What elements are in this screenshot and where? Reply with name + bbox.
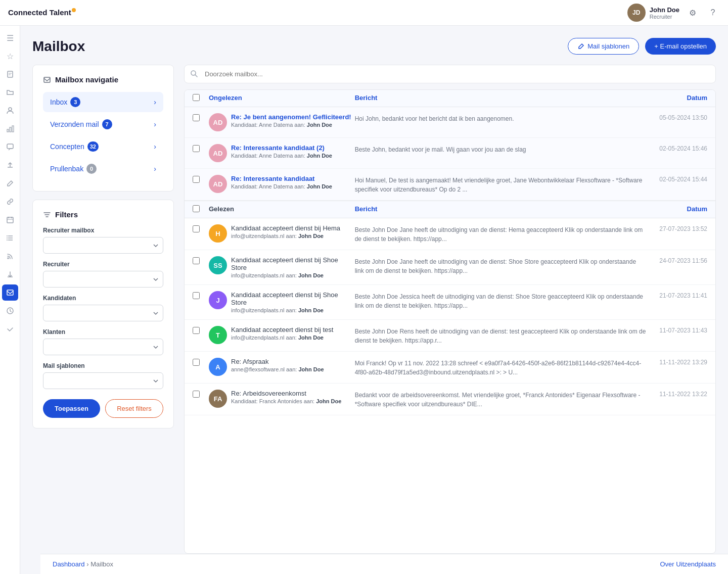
nav-prullenbak-chevron: › <box>154 165 156 173</box>
nav-concepten[interactable]: Concepten 32 › <box>43 136 163 157</box>
sender-info-read-3: Kandidaat accepteert dienst bij test inf… <box>231 326 333 341</box>
row-body-1: Beste John, bedankt voor je mail. Wij ga… <box>355 144 647 154</box>
sidebar-hamburger-icon[interactable]: ☰ <box>2 30 18 46</box>
nav-concepten-left: Concepten 32 <box>50 141 99 152</box>
mail-row-read-2[interactable]: J Kandidaat accepteert dienst bij Shoe S… <box>185 285 715 320</box>
row-subject-read-2: Kandidaat accepteert dienst bij Shoe Sto… <box>231 291 355 306</box>
sidebar-calendar-icon[interactable] <box>2 212 18 228</box>
sender-info-read-2: Kandidaat accepteert dienst bij Shoe Sto… <box>231 291 355 313</box>
read-col-date: Datum <box>647 205 707 214</box>
filter-recruiter-mailbox-select[interactable] <box>43 237 163 254</box>
settings-icon[interactable]: ⚙ <box>686 6 700 20</box>
search-icon <box>190 70 198 79</box>
row-subject-0: Re: Je bent aangenomen! Gefliciteerd! <box>231 113 351 121</box>
mail-row-unread-1[interactable]: AD Re: Interessante kandidaat (2) Kandid… <box>185 138 715 169</box>
row-date-read-0: 27-07-2023 13:52 <box>647 224 707 232</box>
filter-icon <box>43 211 51 219</box>
sidebar-rss-icon[interactable] <box>2 248 18 264</box>
filter-recruiter-mailbox-label: Recruiter mailbox <box>43 227 163 234</box>
reset-filters-button[interactable]: Reset filters <box>105 399 163 418</box>
sidebar-mail-icon[interactable] <box>2 284 18 301</box>
sender-avatar-read-4: A <box>209 358 227 376</box>
breadcrumb-separator: › <box>86 560 90 568</box>
sidebar-clock-icon[interactable] <box>2 303 18 319</box>
sidebar-chat-icon[interactable] <box>2 139 18 155</box>
sender-avatar-1: AD <box>209 144 227 162</box>
filter-kandidaten-select[interactable] <box>43 305 163 321</box>
sidebar-star-icon[interactable]: ☆ <box>2 48 18 64</box>
filters-title: Filters <box>43 210 163 219</box>
row-date-read-5: 11-11-2022 13:22 <box>647 390 707 398</box>
unread-col-date: Datum <box>647 94 707 103</box>
over-uitzendplaats-link[interactable]: Over Uitzendplaats <box>660 560 716 568</box>
row-date-read-4: 11-11-2022 13:29 <box>647 358 707 366</box>
filter-recruiter-select[interactable] <box>43 271 163 288</box>
row-checkbox-0 <box>193 113 209 121</box>
svg-line-22 <box>195 75 197 77</box>
sidebar-download-icon[interactable] <box>2 266 18 282</box>
mail-row-unread-2[interactable]: AD Re: Interessante kandidaat Kandidaat:… <box>185 169 715 201</box>
sidebar-check-icon[interactable] <box>2 321 18 337</box>
row-sender-2: AD Re: Interessante kandidaat Kandidaat:… <box>209 175 355 193</box>
nav-prullenbak[interactable]: Prullenbak 0 › <box>43 159 163 179</box>
row-subject-read-5: Re: Arbeidsovereenkomst <box>231 390 341 397</box>
mail-row-read-1[interactable]: SS Kandidaat accepteert dienst bij Shoe … <box>185 250 715 285</box>
select-all-read[interactable] <box>193 205 200 212</box>
mail-row-read-0[interactable]: H Kandidaat accepteert dienst bij Hema i… <box>185 218 715 250</box>
select-all-unread[interactable] <box>193 94 200 101</box>
sidebar-link-icon[interactable] <box>2 194 18 210</box>
logo-text: Connected Talent <box>8 8 76 17</box>
nav-concepten-chevron: › <box>154 142 156 151</box>
breadcrumb-dashboard[interactable]: Dashboard <box>53 560 85 568</box>
svg-rect-7 <box>7 144 13 149</box>
row-date-1: 02-05-2024 15:46 <box>647 144 707 152</box>
read-col-label: Gelezen <box>209 205 355 214</box>
row-from-read-4: anne@flexsoftware.nl aan: John Doe <box>231 366 324 372</box>
breadcrumb: Dashboard › Mailbox <box>53 560 113 568</box>
sidebar-folder-icon[interactable] <box>2 84 18 101</box>
mail-row-unread-0[interactable]: AD Re: Je bent aangenomen! Gefliciteerd!… <box>185 107 715 138</box>
logo-dot <box>72 8 76 12</box>
logo: Connected Talent <box>8 8 76 17</box>
nav-verzonden-left: Verzonden mail 7 <box>50 119 112 129</box>
unread-col-message: Bericht <box>355 94 647 103</box>
sidebar-person-icon[interactable] <box>2 103 18 119</box>
mail-row-read-5[interactable]: FA Re: Arbeidsovereenkomst Kandidaat: Fr… <box>185 384 715 415</box>
sender-info-read-0: Kandidaat accepteert dienst bij Hema inf… <box>231 224 340 239</box>
help-icon[interactable]: ? <box>706 6 720 20</box>
row-subject-read-4: Re: Afspraak <box>231 358 324 365</box>
row-subject-1: Re: Interessante kandidaat (2) <box>231 144 332 152</box>
sidebar-file-icon[interactable] <box>2 66 18 82</box>
sidebar-upload-icon[interactable] <box>2 157 18 173</box>
nav-verzonden-label: Verzonden mail <box>50 120 99 128</box>
svg-rect-18 <box>7 290 13 295</box>
pencil-icon <box>577 43 584 50</box>
filter-sjablonen-select[interactable] <box>43 372 163 389</box>
row-sender-0: AD Re: Je bent aangenomen! Gefliciteerd!… <box>209 113 355 131</box>
sidebar-edit-icon[interactable] <box>2 175 18 192</box>
filter-klanten-select[interactable] <box>43 339 163 355</box>
sidebar-list-icon[interactable] <box>2 230 18 246</box>
user-avatar: JD <box>627 4 646 22</box>
unread-section-header: Ongelezen Bericht Datum <box>185 90 715 107</box>
svg-rect-4 <box>7 129 9 132</box>
sidebar-chart-icon[interactable] <box>2 121 18 137</box>
svg-point-3 <box>9 108 12 111</box>
apply-filters-button[interactable]: Toepassen <box>43 399 100 418</box>
search-input[interactable] <box>184 65 716 83</box>
read-checkbox-col <box>193 205 209 214</box>
row-subject-read-3: Kandidaat accepteert dienst bij test <box>231 326 333 333</box>
mail-sjablonen-button[interactable]: Mail sjablonen <box>568 38 639 55</box>
left-panel: Mailbox navigatie Inbox 3 › Verzonden ma… <box>32 65 174 554</box>
sender-avatar-read-2: J <box>209 291 227 309</box>
unread-checkbox-col <box>193 94 209 103</box>
row-body-read-4: Moi Franck! Op vr 11 nov. 2022 13:28 sch… <box>355 358 647 377</box>
content-area: Mailbox Mail sjablonen + E-mail opstelle… <box>20 26 728 554</box>
mail-row-read-4[interactable]: A Re: Afspraak anne@flexsoftware.nl aan:… <box>185 352 715 384</box>
mail-row-read-3[interactable]: T Kandidaat accepteert dienst bij test i… <box>185 320 715 352</box>
nav-inbox[interactable]: Inbox 3 › <box>43 92 163 112</box>
user-details: John Doe Recruiter <box>650 6 679 20</box>
compose-button[interactable]: + E-mail opstellen <box>645 38 716 55</box>
nav-verzonden[interactable]: Verzonden mail 7 › <box>43 114 163 134</box>
row-subject-read-0: Kandidaat accepteert dienst bij Hema <box>231 224 340 232</box>
